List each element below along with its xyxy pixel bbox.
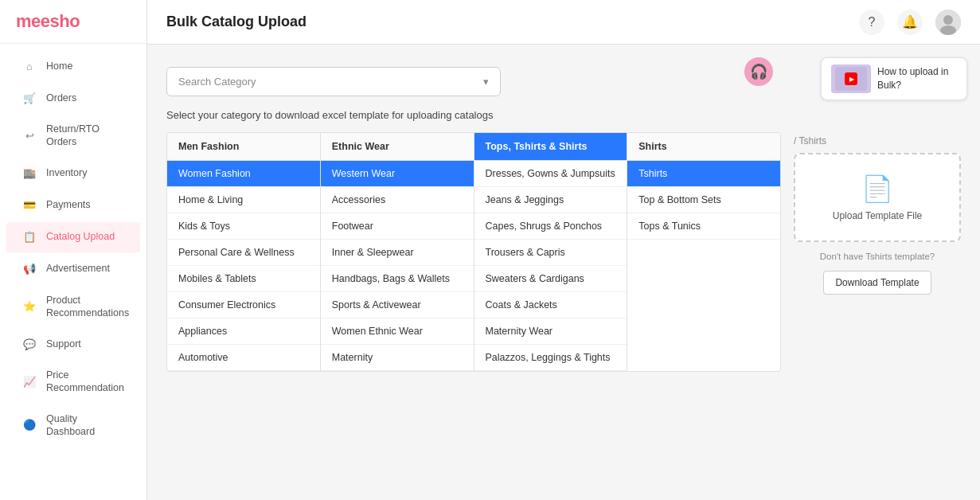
cat-item-home-living[interactable]: Home & Living [167, 187, 320, 213]
help-thumbnail: ▶ [831, 64, 871, 93]
star-icon: ⭐ [22, 299, 37, 314]
play-icon: ▶ [845, 72, 857, 85]
cat-item-sports[interactable]: Sports & Activewear [321, 292, 474, 318]
cat-item-footwear[interactable]: Footwear [321, 213, 474, 240]
svg-point-2 [940, 25, 956, 35]
cat-item-mobiles-tablets[interactable]: Mobiles & Tablets [167, 266, 320, 292]
cat-item-personal-care[interactable]: Personal Care & Wellness [167, 240, 320, 266]
catalog-icon: 📋 [22, 230, 37, 244]
cat-item-palazzos[interactable]: Palazzos, Leggings & Tights [474, 345, 627, 371]
sidebar-item-label: Product Recommendations [46, 294, 129, 320]
content-area: 🎧 ▶ How to upload in Bulk? Search Catego… [147, 45, 980, 500]
avatar-image [935, 10, 961, 35]
logo: meesho [16, 11, 80, 31]
cat-item-consumer-electronics[interactable]: Consumer Electronics [167, 292, 320, 318]
cat-item-automotive[interactable]: Automotive [167, 345, 320, 371]
return-icon: ↩ [22, 128, 37, 143]
cat-item-maternity[interactable]: Maternity [321, 345, 474, 371]
help-video-widget[interactable]: ▶ How to upload in Bulk? [821, 57, 967, 100]
sidebar-item-label: Inventory [46, 166, 87, 179]
cat-item-sweaters-cardigans[interactable]: Sweaters & Cardigans [474, 266, 627, 292]
sidebar-item-price-recommendation[interactable]: 📈 Price Recommendation [6, 361, 140, 403]
sidebar-item-label: Support [46, 338, 81, 350]
sidebar-nav: ⌂ Home 🛒 Orders ↩ Return/RTO Orders 🏬 In… [0, 44, 146, 453]
inventory-icon: 🏬 [22, 166, 37, 181]
cat-item-handbags[interactable]: Handbags, Bags & Wallets [321, 266, 474, 292]
cat-item-appliances[interactable]: Appliances [167, 318, 320, 345]
ad-icon: 📢 [22, 262, 37, 276]
cat-item-western-wear[interactable]: Western Wear [321, 161, 474, 187]
main-area: Bulk Catalog Upload ? 🔔 🎧 [147, 0, 980, 500]
avatar[interactable] [935, 10, 961, 35]
col3-header: Tops, Tshirts & Shirts [474, 133, 627, 161]
sidebar-item-home[interactable]: ⌂ Home [6, 51, 140, 81]
headset-widget[interactable]: 🎧 [744, 57, 773, 86]
payments-icon: 💳 [22, 198, 37, 213]
header: Bulk Catalog Upload ? 🔔 [147, 0, 980, 45]
cat-item-women-ethnic[interactable]: Women Ethnic Wear [321, 318, 474, 345]
quality-icon: 🔵 [22, 418, 37, 432]
cart-icon: 🛒 [22, 91, 37, 105]
cat-item-jeans-jeggings[interactable]: Jeans & Jeggings [474, 187, 627, 213]
cat-item-dresses-gowns[interactable]: Dresses, Gowns & Jumpsuits [474, 161, 627, 187]
search-category-dropdown[interactable]: Search Category ▾ [166, 67, 501, 96]
category-col-3: Tops, Tshirts & Shirts Dresses, Gowns & … [474, 133, 628, 371]
cat-item-accessories[interactable]: Accessories [321, 187, 474, 213]
help-icon: ? [869, 15, 876, 29]
sidebar-item-product-recommendations[interactable]: ⭐ Product Recommendations [6, 286, 140, 328]
bell-icon: 🔔 [902, 14, 918, 29]
sidebar-item-support[interactable]: 💬 Support [6, 329, 140, 359]
cat-item-coats-jackets[interactable]: Coats & Jackets [474, 292, 627, 318]
search-placeholder: Search Category [178, 76, 256, 88]
cat-item-trousers-capris[interactable]: Trousers & Capris [474, 240, 627, 266]
download-template-button[interactable]: Download Template [823, 271, 931, 295]
logo-container: meesho [0, 0, 146, 44]
sidebar-item-label: Return/RTO Orders [46, 123, 124, 149]
sidebar-item-label: Advertisement [46, 262, 110, 275]
upload-file-icon: 📄 [861, 174, 893, 204]
sidebar: meesho ⌂ Home 🛒 Orders ↩ Return/RTO Orde… [0, 0, 147, 500]
sidebar-item-label: Payments [46, 198, 91, 211]
sidebar-item-label: Quality Dashboard [46, 412, 124, 439]
cat-item-capes-shrugs[interactable]: Capes, Shrugs & Ponchos [474, 213, 627, 240]
sidebar-item-label: Catalog Upload [46, 230, 115, 243]
home-icon: ⌂ [22, 59, 37, 73]
upload-template-box[interactable]: 📄 Upload Template File [794, 153, 961, 242]
sidebar-item-inventory[interactable]: 🏬 Inventory [6, 158, 140, 189]
no-template-section: Don't have Tshirts template? Download Te… [794, 252, 961, 295]
notification-button[interactable]: 🔔 [897, 10, 923, 35]
col2-header: Ethnic Wear [321, 133, 474, 161]
header-actions: ? 🔔 [859, 10, 961, 35]
sidebar-item-return-rto[interactable]: ↩ Return/RTO Orders [6, 115, 140, 157]
category-col-4: Shirts Tshirts Top & Bottom Sets Tops & … [627, 133, 780, 371]
category-col-2: Ethnic Wear Western Wear Accessories Foo… [321, 133, 474, 371]
cat-item-inner-sleepwear[interactable]: Inner & Sleepwear [321, 240, 474, 266]
sidebar-item-advertisement[interactable]: 📢 Advertisement [6, 254, 140, 284]
category-instruction: Select your category to download excel t… [166, 109, 961, 121]
sidebar-item-payments[interactable]: 💳 Payments [6, 190, 140, 221]
category-col-1: Men Fashion Women Fashion Home & Living … [167, 133, 321, 371]
cat-item-tshirts[interactable]: Tshirts [627, 161, 780, 187]
svg-point-1 [943, 15, 953, 25]
page-title: Bulk Catalog Upload [166, 14, 306, 30]
cat-item-maternity-wear[interactable]: Maternity Wear [474, 318, 627, 345]
sidebar-item-label: Home [46, 60, 72, 72]
sidebar-item-catalog-upload[interactable]: 📋 Catalog Upload [6, 222, 140, 252]
cat-item-women-fashion[interactable]: Women Fashion [167, 161, 320, 187]
sidebar-item-label: Price Recommendation [46, 369, 124, 395]
sidebar-item-orders[interactable]: 🛒 Orders [6, 83, 140, 113]
upload-panel-wrapper: / Tshirts 📄 Upload Template File Don't h… [794, 132, 961, 372]
sidebar-item-quality-dashboard[interactable]: 🔵 Quality Dashboard [6, 404, 140, 447]
upload-label: Upload Template File [833, 210, 923, 221]
no-template-text: Don't have Tshirts template? [794, 252, 961, 261]
col1-header: Men Fashion [167, 133, 320, 161]
help-text: How to upload in Bulk? [877, 65, 957, 92]
help-button[interactable]: ? [859, 10, 884, 35]
breadcrumb: / Tshirts [794, 132, 961, 153]
cat-item-kids-toys[interactable]: Kids & Toys [167, 213, 320, 240]
cat-item-top-bottom-sets[interactable]: Top & Bottom Sets [627, 187, 780, 213]
sidebar-item-label: Orders [46, 92, 76, 104]
cat-item-tops-tunics[interactable]: Tops & Tunics [627, 213, 780, 240]
chart-icon: 📈 [22, 374, 37, 389]
headset-icon: 🎧 [750, 63, 767, 80]
